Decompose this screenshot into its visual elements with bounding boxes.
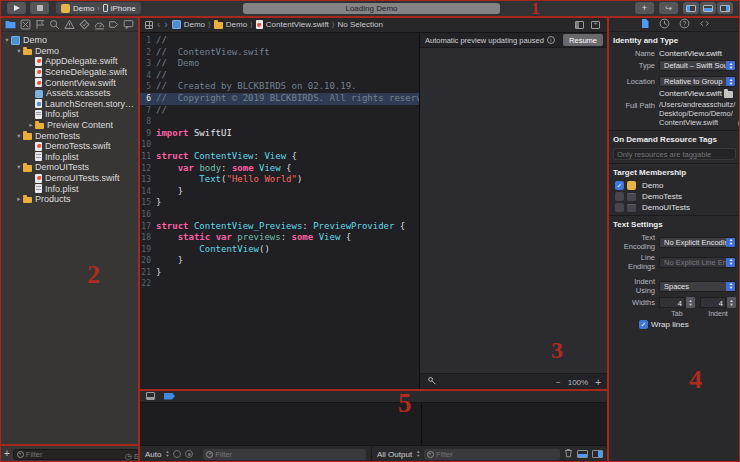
disclosure-triangle-icon[interactable]: ▸ (15, 195, 23, 203)
editor-options-icon[interactable] (575, 21, 584, 29)
code-line-14[interactable]: 14 } (140, 186, 419, 198)
code-line-16[interactable]: 16 (140, 209, 419, 221)
quick-help-inspector-icon[interactable] (679, 18, 690, 31)
console-filter-field[interactable] (424, 449, 560, 460)
find-navigator-icon[interactable] (49, 19, 60, 30)
target-checkbox[interactable] (615, 181, 624, 190)
odr-tags-field[interactable] (613, 148, 736, 160)
nav-item-demotests-swift[interactable]: DemoTests.swift (0, 141, 139, 152)
breadcrumb-item[interactable]: No Selection (338, 20, 383, 29)
file-inspector-icon[interactable] (640, 18, 650, 31)
target-checkbox[interactable] (615, 192, 624, 201)
code-line-11[interactable]: 11struct ContentView: View { (140, 151, 419, 163)
code-line-7[interactable]: 7// (140, 105, 419, 117)
console-filter-input[interactable] (436, 450, 557, 459)
toggle-navigator-button[interactable] (683, 2, 699, 14)
zoom-out-button[interactable]: − (556, 378, 561, 387)
run-button[interactable] (7, 2, 26, 14)
nav-item-contentview-swift[interactable]: ContentView.swift (0, 77, 139, 88)
nav-item-demo[interactable]: ▾Demo (0, 46, 139, 57)
variables-view[interactable] (140, 403, 422, 445)
info-variables-icon[interactable] (185, 450, 193, 458)
report-navigator-icon[interactable] (123, 19, 134, 30)
forward-button[interactable]: › (164, 20, 167, 30)
variables-filter-input[interactable] (215, 450, 363, 459)
variables-scope-popup[interactable]: Auto (145, 450, 161, 459)
code-line-8[interactable]: 8 (140, 116, 419, 128)
zoom-in-button[interactable]: + (595, 377, 601, 388)
nav-item-demo[interactable]: ▾Demo (0, 35, 139, 46)
console-view[interactable] (423, 403, 608, 445)
nav-item-demotests[interactable]: ▾DemoTests (0, 130, 139, 141)
name-value[interactable]: ContentView.swift (659, 49, 722, 58)
line-endings-dropdown[interactable]: No Explicit Line Endings (659, 257, 736, 268)
code-line-4[interactable]: 4// (140, 70, 419, 82)
code-line-5[interactable]: 5// Created by BLCKBIRDS on 02.10.19. (140, 81, 419, 93)
resume-button[interactable]: Resume (563, 34, 603, 46)
type-dropdown[interactable]: Default – Swift Source (659, 60, 736, 71)
add-editor-icon[interactable] (591, 21, 600, 29)
code-line-2[interactable]: 2// ContentView.swift (140, 47, 419, 59)
breakpoint-navigator-icon[interactable] (108, 19, 119, 30)
recent-files-icon[interactable] (125, 445, 132, 462)
toggle-variables-icon[interactable] (592, 450, 603, 458)
editor-swap-button[interactable] (659, 2, 678, 14)
code-line-18[interactable]: 18 static var previews: some View { (140, 232, 419, 244)
accessibility-inspector-icon[interactable] (699, 18, 710, 31)
indent-width-stepper[interactable]: 4 (700, 297, 736, 308)
library-button[interactable]: + (635, 2, 654, 14)
breadcrumb-item[interactable]: ContentView.swift (256, 20, 329, 29)
stepper-arrows-icon[interactable] (727, 297, 736, 308)
disclosure-triangle-icon[interactable]: ▸ (27, 121, 35, 129)
breadcrumb-item[interactable]: Demo (172, 20, 205, 29)
project-navigator-icon[interactable] (5, 19, 16, 30)
code-line-17[interactable]: 17struct ContentView_Previews: PreviewPr… (140, 221, 419, 233)
stepper-arrows-icon[interactable] (686, 297, 695, 308)
symbol-navigator-icon[interactable] (35, 19, 46, 30)
target-checkbox[interactable] (615, 203, 624, 212)
pin-preview-icon[interactable] (427, 376, 437, 388)
toggle-debug-button[interactable] (700, 2, 716, 14)
text-encoding-dropdown[interactable]: No Explicit Encoding (659, 237, 736, 248)
code-line-10[interactable]: 10 (140, 139, 419, 151)
breadcrumb-item[interactable]: Demo (214, 20, 247, 29)
source-control-icon[interactable] (20, 19, 31, 30)
tab-width-stepper[interactable]: 4 (659, 297, 695, 308)
hide-debug-area-icon[interactable] (146, 392, 155, 400)
nav-item-demouitests[interactable]: ▾DemoUITests (0, 162, 139, 173)
nav-item-launchscreen-storyboard[interactable]: LaunchScreen.storyboard (0, 99, 139, 110)
nav-item-appdelegate-swift[interactable]: AppDelegate.swift (0, 56, 139, 67)
nav-item-info-plist[interactable]: Info.plist (0, 183, 139, 194)
test-navigator-icon[interactable] (79, 19, 90, 30)
nav-item-products[interactable]: ▸Products (0, 194, 139, 205)
nav-item-info-plist[interactable]: Info.plist (0, 152, 139, 163)
code-line-12[interactable]: 12 var body: some View { (140, 163, 419, 175)
code-line-19[interactable]: 19 ContentView() (140, 244, 419, 256)
info-icon[interactable] (547, 36, 555, 44)
code-line-21[interactable]: 21} (140, 267, 419, 279)
zoom-level-label[interactable]: 100% (568, 378, 588, 387)
breakpoints-toggle-icon[interactable] (164, 393, 175, 400)
add-file-button[interactable]: + (4, 449, 10, 459)
flag-variables-icon[interactable] (173, 450, 181, 458)
toggle-inspector-button[interactable] (717, 2, 733, 14)
indent-using-dropdown[interactable]: Spaces (659, 281, 736, 292)
variables-filter-field[interactable] (203, 449, 366, 460)
disclosure-triangle-icon[interactable]: ▾ (15, 47, 23, 55)
location-dropdown[interactable]: Relative to Group (659, 76, 736, 87)
odr-tags-input[interactable] (617, 150, 732, 159)
code-line-22[interactable]: 22 (140, 278, 419, 290)
navigator-filter-field[interactable] (13, 449, 145, 460)
stop-button[interactable] (30, 2, 49, 14)
console-scope-popup[interactable]: All Output (377, 450, 412, 459)
wrap-lines-checkbox[interactable] (639, 320, 648, 329)
history-inspector-icon[interactable] (659, 18, 670, 31)
nav-item-info-plist[interactable]: Info.plist (0, 109, 139, 120)
code-line-20[interactable]: 20 } (140, 255, 419, 267)
disclosure-triangle-icon[interactable]: ▾ (15, 132, 23, 140)
disclosure-triangle-icon[interactable]: ▾ (3, 36, 11, 44)
toggle-console-icon[interactable] (577, 450, 588, 458)
nav-item-preview-content[interactable]: ▸Preview Content (0, 120, 139, 131)
clear-console-icon[interactable] (564, 448, 573, 460)
nav-item-assets-xcassets[interactable]: Assets.xcassets (0, 88, 139, 99)
